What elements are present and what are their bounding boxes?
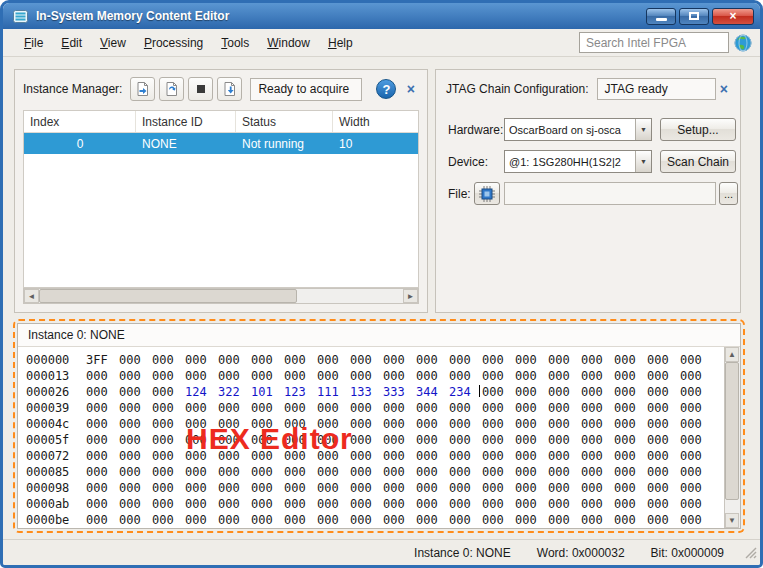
hex-value[interactable]: 000 xyxy=(449,432,471,448)
hex-value[interactable]: 000 xyxy=(416,416,438,432)
hex-value[interactable]: 000 xyxy=(317,448,339,464)
hex-value[interactable]: 000 xyxy=(86,512,108,528)
hex-value[interactable]: 000 xyxy=(86,400,108,416)
hex-value[interactable]: 000 xyxy=(449,352,471,368)
hex-value[interactable]: 000 xyxy=(218,416,240,432)
maximize-button[interactable] xyxy=(679,8,709,25)
hex-value[interactable]: 000 xyxy=(152,416,174,432)
hex-value[interactable]: 000 xyxy=(449,496,471,512)
hex-value[interactable]: 000 xyxy=(251,368,273,384)
hex-value[interactable]: 000 xyxy=(680,432,702,448)
hex-value[interactable]: 000 xyxy=(515,448,537,464)
hex-value[interactable]: 000 xyxy=(218,448,240,464)
hex-value[interactable]: 000 xyxy=(581,368,603,384)
scroll-left-icon[interactable]: ◄ xyxy=(24,289,39,303)
scroll-right-icon[interactable]: ► xyxy=(403,289,418,303)
hex-value[interactable]: 000 xyxy=(152,464,174,480)
menu-item-processing[interactable]: Processing xyxy=(135,31,212,55)
hex-value[interactable]: 000 xyxy=(680,384,702,400)
hex-value[interactable]: 000 xyxy=(119,512,141,528)
hex-value[interactable]: 000 xyxy=(548,464,570,480)
hex-value[interactable]: 000 xyxy=(119,384,141,400)
hex-value[interactable]: 000 xyxy=(185,464,207,480)
hex-value[interactable]: 000 xyxy=(152,512,174,528)
hex-value[interactable]: 000 xyxy=(119,416,141,432)
instance-manager-close-icon[interactable]: × xyxy=(403,82,419,96)
hex-value[interactable]: 000 xyxy=(86,416,108,432)
horizontal-scroll-thumb[interactable] xyxy=(39,289,297,303)
program-device-button[interactable] xyxy=(474,182,500,205)
hex-value[interactable]: 000 xyxy=(185,416,207,432)
hex-value[interactable]: 000 xyxy=(185,448,207,464)
hex-value[interactable]: 000 xyxy=(614,400,636,416)
hex-value[interactable]: 000 xyxy=(284,368,306,384)
hex-value[interactable]: 000 xyxy=(449,448,471,464)
hex-value[interactable]: 000 xyxy=(548,448,570,464)
hex-value[interactable]: 000 xyxy=(581,480,603,496)
hex-value[interactable]: 000 xyxy=(548,496,570,512)
hex-value[interactable]: 000 xyxy=(515,480,537,496)
setup-button[interactable]: Setup... xyxy=(660,118,736,141)
hex-value[interactable]: 000 xyxy=(218,496,240,512)
hex-value[interactable]: 000 xyxy=(416,368,438,384)
hex-value[interactable]: 000 xyxy=(218,432,240,448)
hex-value[interactable]: 000 xyxy=(449,368,471,384)
write-data-button[interactable] xyxy=(217,77,242,101)
hex-value[interactable]: 000 xyxy=(515,496,537,512)
hex-value[interactable]: 000 xyxy=(515,512,537,528)
hex-value[interactable]: 000 xyxy=(383,480,405,496)
hex-value[interactable]: 000 xyxy=(86,448,108,464)
menu-item-view[interactable]: View xyxy=(91,31,135,55)
hex-value[interactable]: 000 xyxy=(647,432,669,448)
hex-value[interactable]: 000 xyxy=(647,368,669,384)
hex-value[interactable]: 000 xyxy=(614,464,636,480)
hex-value[interactable]: 000 xyxy=(350,432,372,448)
hex-value[interactable]: 000 xyxy=(251,448,273,464)
hex-value[interactable]: 000 xyxy=(86,432,108,448)
hex-value[interactable]: 000 xyxy=(647,480,669,496)
hex-value[interactable]: 000 xyxy=(185,496,207,512)
hex-value[interactable]: 000 xyxy=(383,496,405,512)
hex-value[interactable]: 000 xyxy=(482,432,504,448)
hex-value[interactable]: 000 xyxy=(614,384,636,400)
hex-value[interactable]: 000 xyxy=(185,512,207,528)
table-row[interactable]: 0 NONE Not running 10 xyxy=(24,133,418,154)
hex-value[interactable]: 000 xyxy=(449,464,471,480)
hex-value[interactable]: 000 xyxy=(482,400,504,416)
hex-value[interactable]: 000 xyxy=(317,352,339,368)
hex-value[interactable]: 000 xyxy=(482,368,504,384)
hex-value[interactable]: 000 xyxy=(119,432,141,448)
hex-value[interactable]: 333 xyxy=(383,384,405,400)
hex-value[interactable]: 124 xyxy=(185,384,207,400)
hex-value[interactable]: 000 xyxy=(614,480,636,496)
hex-value[interactable]: 000 xyxy=(350,448,372,464)
hex-value[interactable]: 000 xyxy=(218,400,240,416)
globe-icon[interactable] xyxy=(734,34,752,52)
scroll-down-icon[interactable]: ▼ xyxy=(725,513,739,528)
hex-value[interactable]: 000 xyxy=(647,464,669,480)
hex-value[interactable]: 000 xyxy=(581,352,603,368)
hex-value[interactable]: 000 xyxy=(647,512,669,528)
hex-value[interactable]: 000 xyxy=(350,352,372,368)
hex-value[interactable]: 000 xyxy=(284,512,306,528)
scroll-up-icon[interactable]: ▲ xyxy=(725,347,739,362)
hex-value[interactable]: 000 xyxy=(185,368,207,384)
hex-value[interactable]: 000 xyxy=(581,384,603,400)
hex-value[interactable]: 000 xyxy=(284,432,306,448)
hex-value[interactable]: 000 xyxy=(350,416,372,432)
hex-value[interactable]: 000 xyxy=(482,352,504,368)
hex-value[interactable]: 000 xyxy=(680,368,702,384)
hex-value[interactable]: 000 xyxy=(251,464,273,480)
hex-value[interactable]: 000 xyxy=(317,512,339,528)
hex-value[interactable]: 000 xyxy=(515,368,537,384)
hex-value[interactable]: 000 xyxy=(581,448,603,464)
vertical-scrollbar[interactable]: ▲ ▼ xyxy=(724,347,740,528)
hex-value[interactable]: 000 xyxy=(350,496,372,512)
hex-value[interactable]: 000 xyxy=(86,368,108,384)
hex-value[interactable]: 000 xyxy=(614,512,636,528)
scan-chain-button[interactable]: Scan Chain xyxy=(660,150,736,173)
hex-value[interactable]: 000 xyxy=(482,480,504,496)
hex-value[interactable]: 111 xyxy=(317,384,339,400)
hex-value[interactable]: 000 xyxy=(185,352,207,368)
hex-value[interactable]: 000 xyxy=(86,464,108,480)
